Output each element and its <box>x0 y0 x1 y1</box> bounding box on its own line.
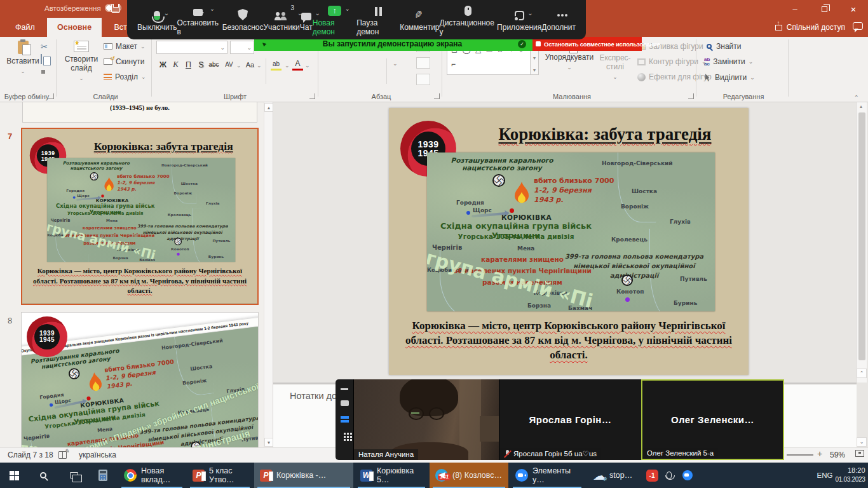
highlight-color-button[interactable]: ab <box>271 58 281 71</box>
zoom-more-button[interactable]: Дополнит <box>541 6 576 32</box>
chevron-down-icon[interactable]: ⌄ <box>210 5 215 12</box>
font-color-button[interactable]: А <box>292 58 303 71</box>
paste-button[interactable]: Вставити⌄ <box>6 41 39 74</box>
map-kommandantur-2: німецької військової окупаційної <box>562 262 707 269</box>
video-tile-natalia[interactable]: Наталя Анучина <box>353 379 499 460</box>
keyboard-language[interactable]: ENG <box>815 463 835 488</box>
new-slide-button[interactable]: Створити слайд⌄ <box>62 41 100 81</box>
notification-badge[interactable]: -1 <box>643 463 661 488</box>
section-button[interactable]: Розділ⌄ <box>104 72 146 81</box>
zoom-security-button[interactable]: Безопаснос <box>222 6 264 32</box>
taskbar-mic[interactable] <box>661 463 677 488</box>
columns-button[interactable]: ⌄ <box>393 58 398 67</box>
previous-slide-button[interactable]: ⌃ <box>857 369 867 378</box>
change-case-button[interactable]: Aa <box>245 58 255 71</box>
zoom-percentage[interactable]: 59% <box>830 451 845 459</box>
taskbar-powerpoint-other[interactable]: P5 клас Утво… <box>187 463 253 488</box>
strikethrough-button[interactable]: abc <box>208 58 219 71</box>
remote-control-icon <box>465 6 471 16</box>
strip-view-icon[interactable] <box>341 416 349 419</box>
slide6-thumbnail[interactable]: (1939–1945) не було. <box>22 102 257 123</box>
slide8-thumbnail[interactable]: Окупаційний терор: каральна акція знищен… <box>21 312 259 447</box>
font-dialog-launcher[interactable] <box>309 93 315 99</box>
restore-button[interactable] <box>810 0 839 18</box>
zoom-apps-button[interactable]: ⌄ Приложения <box>497 6 541 32</box>
chevron-down-icon[interactable]: ⌄ <box>164 10 169 17</box>
taskbar-powerpoint-active[interactable]: PКорюківка -… <box>254 463 353 488</box>
chevron-down-icon[interactable]: ⌄ <box>345 5 350 12</box>
zoom-annotate-button[interactable]: ✎ Комментир <box>400 6 439 32</box>
zoom-chat-button[interactable]: ⌄ Чат <box>300 6 313 32</box>
collapse-ribbon-button[interactable]: ⌃ <box>854 94 859 101</box>
zoom-in-button[interactable]: + <box>817 449 822 459</box>
save-icon[interactable] <box>111 4 120 13</box>
font-name-select[interactable]: ⌄ <box>156 41 227 54</box>
pane-scroll-down-button[interactable]: ▾ <box>264 438 273 447</box>
tab-home[interactable]: Основне <box>47 18 102 37</box>
taskbar-telegram[interactable]: 141(8) Козловс… <box>430 463 508 488</box>
zoom-stop-video-button[interactable]: ⌄ Остановить в <box>177 2 222 36</box>
reset-button[interactable]: Скинути <box>104 57 144 66</box>
slide-map[interactable]: Розташування карального нацистського заг… <box>427 152 715 311</box>
share-access-button[interactable]: Спільний доступ <box>775 18 845 37</box>
taskbar-chrome[interactable]: Новая вклад… <box>118 463 186 488</box>
apps-icon <box>515 11 524 20</box>
font-size-select[interactable]: ⌄ <box>230 41 254 54</box>
pane-scrollbar[interactable]: ▴ ▾ <box>264 102 273 447</box>
tray-zoom-icon[interactable] <box>679 463 696 488</box>
comments-icon[interactable] <box>853 22 863 30</box>
zoom-remote-control-button[interactable]: Дистанционное у <box>440 2 498 36</box>
scroll-up-icon[interactable]: ▴ <box>860 104 862 109</box>
zoom-pause-share-button[interactable]: Пауза демон <box>356 2 400 36</box>
taskbar-weather-widget[interactable]: ☁stop… <box>587 463 642 488</box>
language-indicator[interactable]: українська <box>79 451 116 459</box>
find-button[interactable]: Знайти <box>705 42 741 51</box>
editor-scrollbar[interactable]: ▴ <box>857 102 867 383</box>
character-spacing-button[interactable]: AV <box>224 58 234 71</box>
taskbar-calculator[interactable] <box>89 463 117 488</box>
clipboard-dialog-launcher[interactable] <box>48 93 54 99</box>
taskbar-word[interactable]: WКорюківка 5… <box>355 463 428 488</box>
smartart-button[interactable] <box>416 74 430 85</box>
chevron-down-icon[interactable]: ⌄ <box>527 10 532 17</box>
layout-button[interactable]: Макет⌄ <box>104 42 146 51</box>
scrollbar-thumb[interactable] <box>858 112 865 360</box>
spellcheck-icon[interactable] <box>58 451 67 459</box>
zoom-participants-button[interactable]: 3⌄ Участники <box>263 6 299 32</box>
drawing-dialog-launcher[interactable] <box>688 93 694 99</box>
video-tile-yaroslav[interactable]: Ярослав Горін… Ярослав Горін 5б ua♡us <box>499 379 641 460</box>
slide-body-text[interactable]: Корюківка — місто, центр Корюківського р… <box>403 319 734 363</box>
underline-button[interactable]: П <box>183 58 194 71</box>
zoom-mute-button[interactable]: ⌄ Выключить <box>137 6 177 32</box>
minimize-button[interactable]: – <box>780 0 810 18</box>
minimize-videos-icon[interactable] <box>341 388 348 390</box>
start-button[interactable] <box>0 463 28 488</box>
copy-button[interactable] <box>41 55 42 64</box>
video-tile-oleg[interactable]: Олег Зеленски… Олег Зеленский 5-а <box>641 379 784 460</box>
slide-title[interactable]: Корюківка: забута трагедія <box>470 125 740 144</box>
speaker-view-icon[interactable] <box>341 400 349 406</box>
gallery-view-icon[interactable] <box>344 433 346 435</box>
autosave-toggle[interactable]: Автозбереження <box>44 4 121 12</box>
next-slide-button[interactable]: ⌄ <box>857 437 867 447</box>
slide7-thumbnail[interactable]: 1939 1945 Корюківка: забута трагедія Роз… <box>21 128 259 305</box>
shadow-button[interactable]: S <box>196 58 207 71</box>
italic-button[interactable]: К <box>170 58 181 71</box>
taskbar-zoom[interactable]: Элементы у… <box>510 463 585 488</box>
cut-button[interactable]: ✂ <box>41 42 48 51</box>
taskbar-clock[interactable]: 18:2001.03.2023 <box>834 463 867 488</box>
close-button[interactable]: × <box>839 0 868 18</box>
bold-button[interactable]: Ж <box>158 58 168 71</box>
tab-file[interactable]: Файл <box>5 18 45 37</box>
select-button[interactable]: Виділити⌄ <box>705 73 755 82</box>
replace-button[interactable]: abacЗамінити⌄ <box>704 57 753 66</box>
zoom-new-share-button[interactable]: ↑⌄ Новая демон <box>313 2 356 36</box>
zoom-slider[interactable] <box>787 454 813 456</box>
pane-scroll-up-button[interactable]: ▴ <box>264 103 273 112</box>
fit-slide-icon[interactable] <box>855 450 864 457</box>
task-view-button[interactable] <box>60 463 88 488</box>
taskbar-search-button[interactable] <box>29 463 57 488</box>
align-text-button[interactable] <box>416 57 430 69</box>
paragraph-dialog-launcher[interactable] <box>434 93 440 99</box>
slide-canvas[interactable]: 1939 1945 Корюківка: забута трагедія Роз… <box>389 108 749 375</box>
